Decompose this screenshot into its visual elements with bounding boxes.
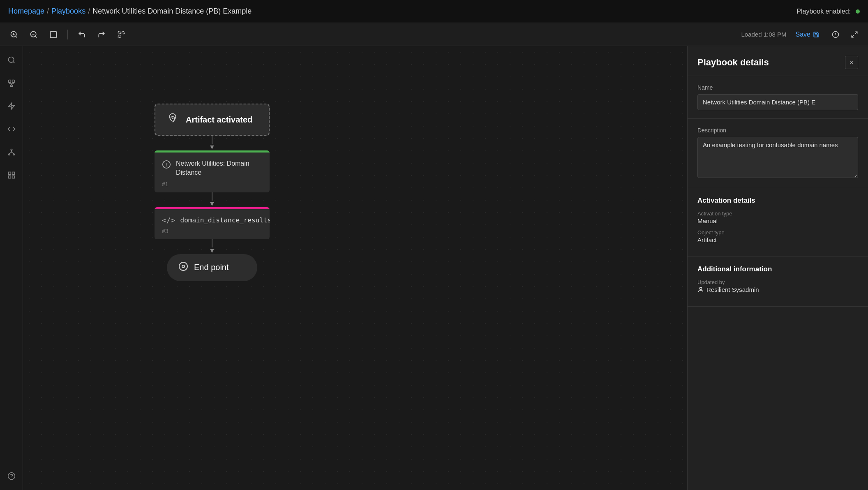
svg-point-16	[8, 57, 14, 62]
function-node-number: #1	[162, 181, 262, 187]
svg-point-26	[11, 149, 12, 150]
svg-rect-19	[12, 80, 14, 83]
home-link[interactable]: Homepage	[8, 7, 44, 16]
svg-rect-33	[12, 172, 14, 175]
sidebar-playbook-icon[interactable]	[4, 76, 19, 90]
svg-point-42	[182, 265, 185, 268]
function-node-title: Network Utilities: Domain Distance	[176, 159, 262, 178]
canvas-area[interactable]: Artifact activated ▼ f	[23, 46, 687, 490]
flow-container: Artifact activated ▼ f	[155, 104, 270, 281]
select-button[interactable]	[114, 28, 129, 41]
activation-type-row: Activation type Manual	[697, 210, 858, 224]
left-sidebar	[0, 46, 23, 490]
activation-section: Activation details Activation type Manua…	[688, 188, 868, 257]
playbook-enabled-label: Playbook enabled:	[796, 8, 851, 15]
main-area: Artifact activated ▼ f	[0, 46, 868, 490]
endpoint-label: End point	[194, 263, 229, 272]
redo-button[interactable]	[94, 28, 109, 41]
panel-title: Playbook details	[697, 57, 769, 68]
save-button[interactable]: Save	[792, 28, 824, 41]
svg-line-17	[13, 62, 14, 63]
svg-marker-25	[8, 103, 14, 110]
script-node-title: domain_distance_results	[180, 216, 270, 224]
svg-rect-9	[122, 31, 125, 34]
additional-info-section: Additional information Updated by Resili…	[688, 257, 868, 307]
svg-rect-8	[118, 31, 121, 34]
name-section: Name	[688, 76, 868, 119]
connector-2: ▼	[155, 192, 270, 207]
svg-point-38	[172, 118, 173, 119]
sep2: /	[88, 7, 90, 16]
arrow-1: ▼	[209, 144, 215, 150]
arrow-3: ▼	[209, 247, 215, 254]
artifact-node-label: Artifact activated	[186, 115, 252, 125]
svg-line-14	[855, 32, 857, 34]
sep1: /	[47, 7, 49, 16]
expand-button[interactable]	[847, 28, 861, 41]
sidebar-help-icon[interactable]	[4, 469, 19, 483]
info-button[interactable]	[829, 28, 843, 41]
name-input[interactable]	[697, 94, 858, 110]
object-type-row: Object type Artifact	[697, 229, 858, 243]
function-node[interactable]: f Network Utilities: Domain Distance #1	[155, 150, 270, 192]
zoom-out-button[interactable]	[26, 28, 41, 41]
breadcrumb: Homepage / Playbooks / Network Utilities…	[8, 7, 252, 16]
name-label: Name	[697, 84, 858, 91]
activation-type-label: Activation type	[697, 210, 858, 217]
arrow-2: ▼	[209, 201, 215, 207]
playbooks-link[interactable]: Playbooks	[51, 7, 85, 16]
description-label: Description	[697, 127, 858, 134]
nav-right: Playbook enabled:	[796, 8, 860, 15]
connector-1: ▼	[155, 136, 270, 150]
svg-point-28	[13, 154, 14, 155]
toolbar-sep1	[67, 30, 68, 39]
artifact-activated-node[interactable]: Artifact activated	[155, 104, 270, 136]
script-node[interactable]: </> domain_distance_results #3	[155, 207, 270, 239]
svg-text:f: f	[166, 162, 168, 167]
sidebar-lightning-icon[interactable]	[4, 99, 19, 113]
updated-by-row: Updated by Resilient Sysadmin	[697, 279, 858, 293]
svg-line-1	[16, 36, 17, 37]
function-icon: f	[162, 160, 171, 171]
zoom-in-button[interactable]	[7, 28, 21, 41]
toolbar-right: Loaded 1:08 PM Save	[741, 28, 861, 41]
sidebar-search-icon[interactable]	[4, 53, 19, 67]
script-icon: </>	[162, 216, 175, 224]
updated-by-label: Updated by	[697, 279, 858, 285]
description-section: Description An example testing for confu…	[688, 119, 868, 188]
svg-line-31	[12, 152, 14, 154]
current-page: Network Utilities Domain Distance (PB) E…	[92, 7, 252, 16]
panel-header: Playbook details ×	[688, 46, 868, 76]
fit-button[interactable]	[46, 28, 61, 41]
svg-rect-10	[118, 35, 121, 37]
undo-button[interactable]	[74, 28, 89, 41]
svg-point-41	[179, 262, 187, 270]
svg-line-30	[9, 152, 12, 154]
enabled-indicator	[856, 9, 860, 14]
sidebar-code-icon[interactable]	[4, 122, 19, 136]
svg-line-5	[35, 36, 37, 37]
object-type-value: Artifact	[697, 236, 858, 243]
svg-point-27	[8, 154, 9, 155]
endpoint-node[interactable]: End point	[167, 254, 257, 281]
svg-rect-24	[10, 85, 13, 86]
right-panel: Playbook details × Name Description An e…	[687, 46, 868, 490]
artifact-icon	[165, 113, 180, 127]
updated-by-name: Resilient Sysadmin	[706, 286, 759, 293]
close-panel-button[interactable]: ×	[845, 56, 858, 69]
sidebar-hierarchy-icon[interactable]	[4, 145, 19, 159]
object-type-label: Object type	[697, 229, 858, 236]
svg-rect-18	[8, 80, 11, 83]
svg-rect-32	[8, 172, 11, 175]
description-input[interactable]: An example testing for confusable domain…	[697, 137, 858, 178]
svg-point-43	[699, 287, 702, 289]
loaded-timestamp: Loaded 1:08 PM	[741, 31, 786, 38]
connector-3: ▼	[155, 239, 270, 254]
svg-line-15	[852, 35, 854, 37]
sidebar-apps-icon[interactable]	[4, 168, 19, 183]
svg-rect-35	[8, 176, 11, 178]
activation-title: Activation details	[697, 196, 858, 205]
user-icon	[697, 287, 704, 293]
script-node-number: #3	[162, 228, 262, 234]
updated-by-value: Resilient Sysadmin	[697, 286, 858, 293]
